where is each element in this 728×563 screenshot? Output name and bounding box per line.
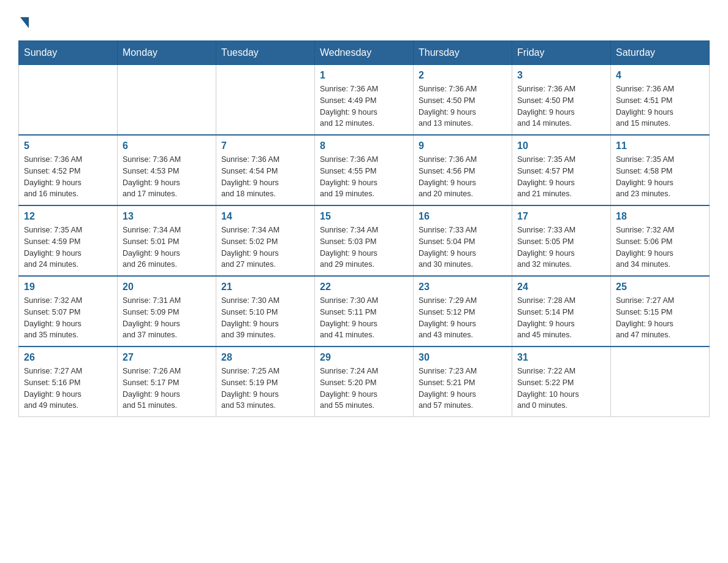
calendar-week-row: 1Sunrise: 7:36 AM Sunset: 4:49 PM Daylig…: [19, 65, 710, 136]
calendar-day-25: 25Sunrise: 7:27 AM Sunset: 5:15 PM Dayli…: [611, 276, 710, 347]
day-number: 28: [221, 352, 309, 363]
calendar-day-10: 10Sunrise: 7:35 AM Sunset: 4:57 PM Dayli…: [512, 135, 611, 205]
weekday-header-sunday: Sunday: [19, 41, 118, 65]
day-info: Sunrise: 7:35 AM Sunset: 4:59 PM Dayligh…: [24, 224, 112, 270]
calendar-day-23: 23Sunrise: 7:29 AM Sunset: 5:12 PM Dayli…: [414, 276, 512, 347]
calendar-day-28: 28Sunrise: 7:25 AM Sunset: 5:19 PM Dayli…: [216, 347, 315, 417]
calendar-day-24: 24Sunrise: 7:28 AM Sunset: 5:14 PM Dayli…: [512, 276, 611, 347]
day-info: Sunrise: 7:36 AM Sunset: 4:56 PM Dayligh…: [419, 154, 507, 200]
day-info: Sunrise: 7:34 AM Sunset: 5:01 PM Dayligh…: [123, 224, 211, 270]
day-number: 2: [419, 70, 507, 81]
day-info: Sunrise: 7:33 AM Sunset: 5:05 PM Dayligh…: [517, 224, 605, 270]
day-number: 30: [419, 352, 507, 363]
day-number: 15: [320, 211, 408, 222]
day-info: Sunrise: 7:22 AM Sunset: 5:22 PM Dayligh…: [517, 366, 605, 412]
day-info: Sunrise: 7:36 AM Sunset: 4:50 PM Dayligh…: [419, 83, 507, 129]
day-number: 11: [616, 140, 704, 151]
calendar-day-6: 6Sunrise: 7:36 AM Sunset: 4:53 PM Daylig…: [118, 135, 216, 205]
day-number: 1: [320, 70, 408, 81]
calendar-day-20: 20Sunrise: 7:31 AM Sunset: 5:09 PM Dayli…: [118, 276, 216, 347]
day-info: Sunrise: 7:35 AM Sunset: 4:57 PM Dayligh…: [517, 154, 605, 200]
weekday-header-wednesday: Wednesday: [315, 41, 414, 65]
day-info: Sunrise: 7:30 AM Sunset: 5:11 PM Dayligh…: [320, 295, 408, 341]
weekday-header-thursday: Thursday: [414, 41, 512, 65]
day-number: 4: [616, 70, 704, 81]
day-number: 14: [221, 211, 309, 222]
calendar-day-11: 11Sunrise: 7:35 AM Sunset: 4:58 PM Dayli…: [611, 135, 710, 205]
calendar-day-16: 16Sunrise: 7:33 AM Sunset: 5:04 PM Dayli…: [414, 205, 512, 276]
calendar-day-30: 30Sunrise: 7:23 AM Sunset: 5:21 PM Dayli…: [414, 347, 512, 417]
day-number: 8: [320, 140, 408, 151]
day-info: Sunrise: 7:25 AM Sunset: 5:19 PM Dayligh…: [221, 366, 309, 412]
day-number: 12: [24, 211, 112, 222]
day-info: Sunrise: 7:36 AM Sunset: 4:52 PM Dayligh…: [24, 154, 112, 200]
day-info: Sunrise: 7:35 AM Sunset: 4:58 PM Dayligh…: [616, 154, 704, 200]
day-info: Sunrise: 7:32 AM Sunset: 5:07 PM Dayligh…: [24, 295, 112, 341]
day-info: Sunrise: 7:26 AM Sunset: 5:17 PM Dayligh…: [123, 366, 211, 412]
day-number: 27: [123, 352, 211, 363]
calendar-day-26: 26Sunrise: 7:27 AM Sunset: 5:16 PM Dayli…: [19, 347, 118, 417]
weekday-header-friday: Friday: [512, 41, 611, 65]
calendar-day-15: 15Sunrise: 7:34 AM Sunset: 5:03 PM Dayli…: [315, 205, 414, 276]
day-number: 20: [123, 282, 211, 293]
day-number: 18: [616, 211, 704, 222]
day-number: 19: [24, 282, 112, 293]
calendar-day-18: 18Sunrise: 7:32 AM Sunset: 5:06 PM Dayli…: [611, 205, 710, 276]
calendar-day-5: 5Sunrise: 7:36 AM Sunset: 4:52 PM Daylig…: [19, 135, 118, 205]
calendar-day-21: 21Sunrise: 7:30 AM Sunset: 5:10 PM Dayli…: [216, 276, 315, 347]
day-info: Sunrise: 7:29 AM Sunset: 5:12 PM Dayligh…: [419, 295, 507, 341]
weekday-header-saturday: Saturday: [611, 41, 710, 65]
day-number: 3: [517, 70, 605, 81]
calendar-day-17: 17Sunrise: 7:33 AM Sunset: 5:05 PM Dayli…: [512, 205, 611, 276]
calendar-day-9: 9Sunrise: 7:36 AM Sunset: 4:56 PM Daylig…: [414, 135, 512, 205]
calendar-day-12: 12Sunrise: 7:35 AM Sunset: 4:59 PM Dayli…: [19, 205, 118, 276]
day-number: 21: [221, 282, 309, 293]
day-info: Sunrise: 7:28 AM Sunset: 5:14 PM Dayligh…: [517, 295, 605, 341]
calendar-day-8: 8Sunrise: 7:36 AM Sunset: 4:55 PM Daylig…: [315, 135, 414, 205]
weekday-header-monday: Monday: [118, 41, 216, 65]
day-info: Sunrise: 7:36 AM Sunset: 4:49 PM Dayligh…: [320, 83, 408, 129]
day-number: 7: [221, 140, 309, 151]
calendar-week-row: 12Sunrise: 7:35 AM Sunset: 4:59 PM Dayli…: [19, 205, 710, 276]
day-number: 26: [24, 352, 112, 363]
calendar-day-29: 29Sunrise: 7:24 AM Sunset: 5:20 PM Dayli…: [315, 347, 414, 417]
day-info: Sunrise: 7:34 AM Sunset: 5:03 PM Dayligh…: [320, 224, 408, 270]
day-number: 6: [123, 140, 211, 151]
day-info: Sunrise: 7:30 AM Sunset: 5:10 PM Dayligh…: [221, 295, 309, 341]
calendar-week-row: 19Sunrise: 7:32 AM Sunset: 5:07 PM Dayli…: [19, 276, 710, 347]
weekday-header-row: SundayMondayTuesdayWednesdayThursdayFrid…: [19, 41, 710, 65]
day-info: Sunrise: 7:32 AM Sunset: 5:06 PM Dayligh…: [616, 224, 704, 270]
day-number: 22: [320, 282, 408, 293]
weekday-header-tuesday: Tuesday: [216, 41, 315, 65]
logo-arrow-icon: [20, 17, 29, 28]
calendar-week-row: 5Sunrise: 7:36 AM Sunset: 4:52 PM Daylig…: [19, 135, 710, 205]
calendar-week-row: 26Sunrise: 7:27 AM Sunset: 5:16 PM Dayli…: [19, 347, 710, 417]
day-info: Sunrise: 7:36 AM Sunset: 4:50 PM Dayligh…: [517, 83, 605, 129]
day-info: Sunrise: 7:33 AM Sunset: 5:04 PM Dayligh…: [419, 224, 507, 270]
day-number: 29: [320, 352, 408, 363]
logo: [18, 12, 29, 28]
day-number: 24: [517, 282, 605, 293]
calendar-day-7: 7Sunrise: 7:36 AM Sunset: 4:54 PM Daylig…: [216, 135, 315, 205]
calendar-table: SundayMondayTuesdayWednesdayThursdayFrid…: [18, 40, 710, 417]
day-number: 17: [517, 211, 605, 222]
day-number: 16: [419, 211, 507, 222]
day-number: 5: [24, 140, 112, 151]
day-info: Sunrise: 7:34 AM Sunset: 5:02 PM Dayligh…: [221, 224, 309, 270]
day-info: Sunrise: 7:31 AM Sunset: 5:09 PM Dayligh…: [123, 295, 211, 341]
day-info: Sunrise: 7:24 AM Sunset: 5:20 PM Dayligh…: [320, 366, 408, 412]
day-number: 31: [517, 352, 605, 363]
day-number: 25: [616, 282, 704, 293]
day-number: 13: [123, 211, 211, 222]
calendar-day-13: 13Sunrise: 7:34 AM Sunset: 5:01 PM Dayli…: [118, 205, 216, 276]
calendar-day-14: 14Sunrise: 7:34 AM Sunset: 5:02 PM Dayli…: [216, 205, 315, 276]
calendar-day-1: 1Sunrise: 7:36 AM Sunset: 4:49 PM Daylig…: [315, 65, 414, 136]
day-info: Sunrise: 7:36 AM Sunset: 4:53 PM Dayligh…: [123, 154, 211, 200]
calendar-day-3: 3Sunrise: 7:36 AM Sunset: 4:50 PM Daylig…: [512, 65, 611, 136]
calendar-empty-cell: [118, 65, 216, 136]
day-info: Sunrise: 7:36 AM Sunset: 4:54 PM Dayligh…: [221, 154, 309, 200]
page-header: [18, 12, 710, 28]
day-number: 23: [419, 282, 507, 293]
day-info: Sunrise: 7:23 AM Sunset: 5:21 PM Dayligh…: [419, 366, 507, 412]
day-info: Sunrise: 7:27 AM Sunset: 5:15 PM Dayligh…: [616, 295, 704, 341]
